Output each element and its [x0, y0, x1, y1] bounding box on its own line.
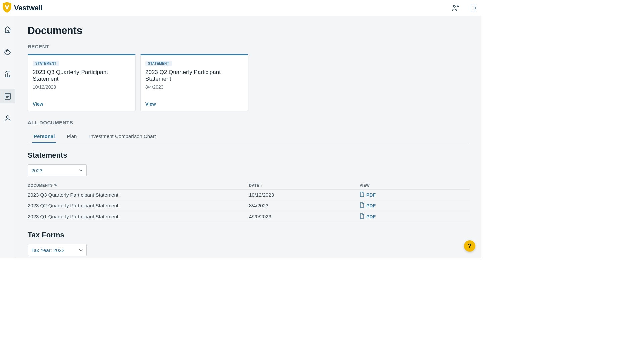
tab-personal[interactable]: Personal [28, 130, 61, 143]
chevron-down-icon [79, 168, 83, 173]
cell-document-name: 2023 Q2 Quarterly Participant Statement [28, 203, 249, 208]
column-header-date[interactable]: DATE ↑ [249, 183, 360, 187]
table-header: DOCUMENTS ⇅ DATE ↑ VIEW [28, 181, 469, 190]
sidebar-item-profile[interactable] [0, 111, 15, 125]
statements-year-dropdown[interactable]: 2023 [28, 164, 87, 176]
column-header-documents[interactable]: DOCUMENTS ⇅ [28, 183, 249, 187]
card-title: 2023 Q2 Quarterly Participant Statement [145, 69, 243, 82]
topbar-actions [451, 3, 477, 13]
svg-point-0 [453, 5, 455, 7]
statements-table: DOCUMENTS ⇅ DATE ↑ VIEW 2023 Q3 Quarterl… [28, 181, 469, 222]
pdf-download-link[interactable]: PDF [360, 213, 469, 220]
card-title: 2023 Q3 Quarterly Participant Statement [33, 69, 130, 82]
card-badge: STATEMENT [33, 61, 59, 66]
topbar: Vestwell [0, 0, 481, 16]
card-view-link[interactable]: View [33, 101, 130, 107]
recent-card: STATEMENT 2023 Q2 Quarterly Participant … [140, 54, 248, 111]
pdf-download-link[interactable]: PDF [360, 192, 469, 198]
tab-investment-comparison-chart[interactable]: Investment Comparison Chart [83, 130, 162, 143]
document-icon [360, 192, 364, 198]
sort-asc-icon: ↑ [261, 183, 263, 187]
brand-name: Vestwell [14, 4, 42, 12]
chevron-down-icon [79, 247, 83, 253]
cell-document-name: 2023 Q3 Quarterly Participant Statement [28, 192, 249, 198]
document-icon [360, 213, 364, 220]
svg-point-2 [6, 52, 6, 52]
card-view-link[interactable]: View [145, 101, 243, 107]
table-row: 2023 Q1 Quarterly Participant Statement … [28, 211, 469, 222]
cell-document-name: 2023 Q1 Quarterly Participant Statement [28, 214, 249, 219]
document-icon [360, 202, 364, 209]
document-tabs: Personal Plan Investment Comparison Char… [28, 130, 469, 143]
sidebar-item-performance[interactable] [0, 67, 15, 81]
cell-date: 4/20/2023 [249, 214, 360, 219]
help-button[interactable]: ? [464, 240, 475, 252]
recent-cards: STATEMENT 2023 Q3 Quarterly Participant … [28, 54, 469, 111]
card-date: 8/4/2023 [145, 84, 243, 90]
recent-card: STATEMENT 2023 Q3 Quarterly Participant … [28, 54, 136, 111]
sidebar-item-savings[interactable] [0, 45, 15, 59]
page-title: Documents [28, 25, 469, 36]
table-row: 2023 Q2 Quarterly Participant Statement … [28, 200, 469, 211]
column-header-view: VIEW [360, 183, 469, 187]
brand[interactable]: Vestwell [2, 2, 42, 14]
recent-section-label: RECENT [28, 44, 469, 49]
card-date: 10/12/2023 [33, 84, 130, 90]
tax-year-dropdown[interactable]: Tax Year: 2022 [28, 244, 87, 256]
tax-forms-section: Tax Forms Tax Year: 2022 [28, 231, 469, 256]
switch-user-icon[interactable] [451, 3, 461, 13]
statements-heading: Statements [28, 151, 469, 160]
card-badge: STATEMENT [145, 61, 172, 66]
tab-plan[interactable]: Plan [61, 130, 83, 143]
cell-date: 10/12/2023 [249, 192, 360, 198]
sort-icon: ⇅ [54, 183, 57, 187]
pdf-download-link[interactable]: PDF [360, 202, 469, 209]
dropdown-value: Tax Year: 2022 [31, 247, 64, 253]
cell-date: 8/4/2023 [249, 203, 360, 208]
dropdown-value: 2023 [31, 168, 42, 173]
sidebar-item-documents[interactable] [0, 89, 15, 103]
main-content: Documents RECENT STATEMENT 2023 Q3 Quart… [15, 16, 481, 258]
logout-icon[interactable] [468, 3, 477, 13]
help-icon: ? [468, 243, 472, 250]
logo-shield-icon [2, 2, 12, 14]
sidebar [0, 16, 15, 258]
svg-point-4 [6, 116, 9, 118]
all-documents-section-label: ALL DOCUMENTS [28, 120, 469, 125]
svg-point-1 [5, 50, 10, 54]
table-row: 2023 Q3 Quarterly Participant Statement … [28, 190, 469, 200]
tax-forms-heading: Tax Forms [28, 231, 469, 239]
sidebar-item-home[interactable] [0, 23, 15, 37]
